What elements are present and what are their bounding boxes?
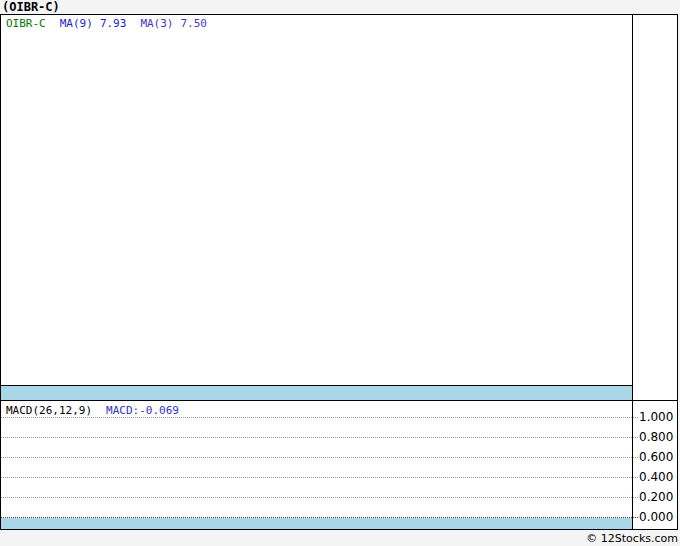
axis-tick-label: 0.200 (639, 490, 677, 504)
page-title: (OIBR-C) (2, 0, 60, 14)
gridline-0.800 (1, 437, 638, 438)
gridline-0.600 (1, 457, 638, 458)
ma3-value: 7.50 (181, 17, 208, 30)
macd-panel-band (1, 518, 632, 529)
ma9-label: MA(9) (60, 17, 93, 30)
axis-tick-label: 0.400 (639, 470, 677, 484)
price-legend: OIBR-CMA(9)7.93MA(3)7.50 (6, 17, 207, 30)
axis-tick-label: 0.600 (639, 450, 677, 464)
gridline-1.000 (1, 417, 638, 418)
panel-divider (1, 400, 677, 401)
ma9-value: 7.93 (100, 17, 127, 30)
chart-frame: OIBR-CMA(9)7.93MA(3)7.50 MACD(26,12,9)MA… (0, 14, 678, 530)
footer-credit: © 12Stocks.com (586, 532, 678, 545)
macd-label: MACD(26,12,9) (6, 404, 92, 417)
axis-tick-label: 0.800 (639, 430, 677, 444)
axis-tick-label: 0.000 (639, 510, 677, 524)
ma3-label: MA(3) (140, 17, 173, 30)
macd-value: MACD:-0.069 (106, 404, 179, 417)
macd-legend: MACD(26,12,9)MACD:-0.069 (6, 404, 179, 417)
axis-divider (632, 15, 633, 529)
gridline-0.400 (1, 477, 638, 478)
price-panel-band (1, 386, 632, 400)
symbol-label: OIBR-C (6, 17, 46, 30)
axis-tick-label: 1.000 (639, 410, 677, 424)
gridline-0.200 (1, 497, 638, 498)
